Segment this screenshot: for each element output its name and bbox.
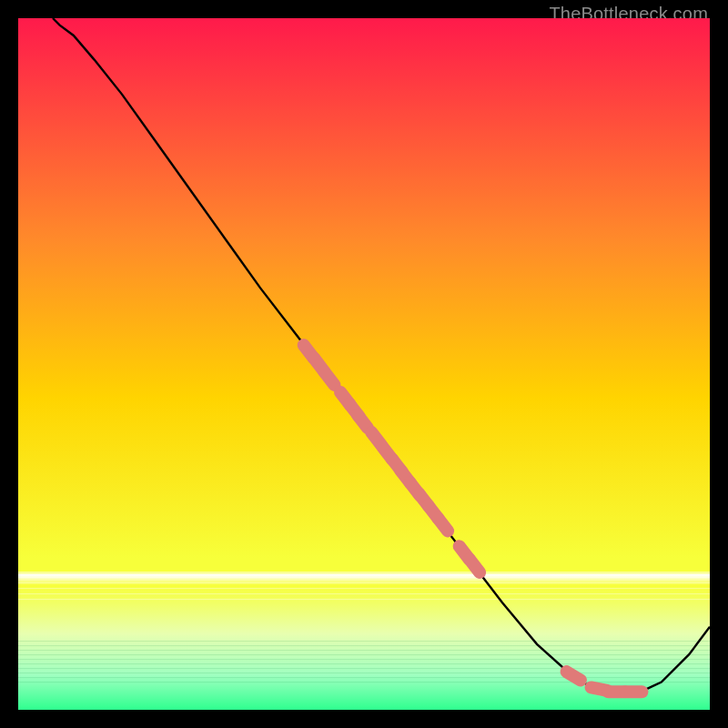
data-marker: [438, 518, 448, 531]
band-line: [18, 599, 710, 600]
band-line: [18, 663, 710, 664]
band-line: [18, 659, 710, 660]
band-line: [18, 668, 710, 669]
data-marker: [358, 415, 368, 428]
band-line: [18, 650, 710, 651]
band-line: [18, 571, 710, 572]
band-line: [18, 677, 710, 678]
band-line: [18, 593, 710, 594]
band-line: [18, 582, 710, 583]
data-marker: [470, 560, 480, 572]
band-line: [18, 588, 710, 589]
band-line: [18, 672, 710, 673]
band-line: [18, 682, 710, 682]
chart-svg: [18, 18, 710, 710]
data-marker: [567, 672, 581, 680]
band-line: [18, 654, 710, 655]
chart-frame: TheBottleneck.com: [0, 0, 728, 728]
band-line: [18, 641, 710, 642]
band-line: [18, 577, 710, 578]
data-marker: [325, 372, 335, 385]
plot-area: [18, 18, 710, 710]
band-line: [18, 645, 710, 646]
gradient-bg: [18, 18, 710, 710]
